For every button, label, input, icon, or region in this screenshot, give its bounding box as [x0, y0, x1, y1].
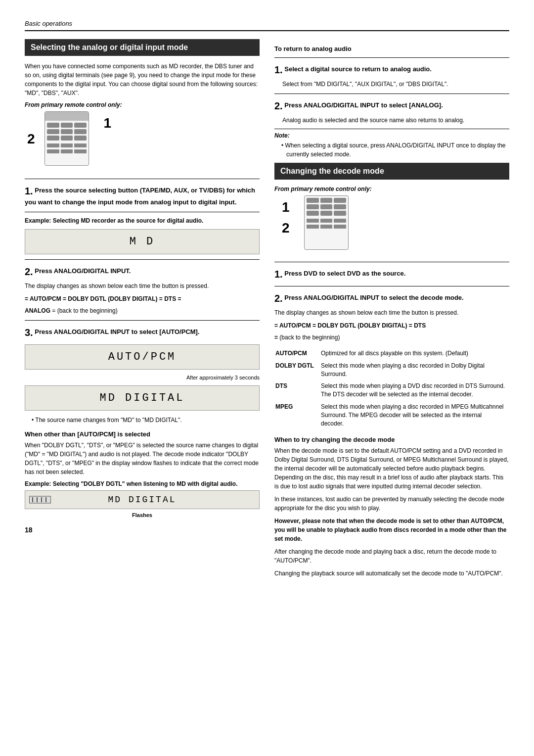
decode-back: = (back to the beginning) [274, 333, 509, 342]
display-md: M D [25, 229, 260, 254]
divider3 [25, 259, 260, 260]
decode-step2-body: The display changes as shown below each … [274, 308, 509, 317]
decode-value: Select this mode when playing a disc rec… [321, 401, 508, 429]
display-flashing-md: |||| MD DIGITAL [25, 490, 260, 509]
return-step1-body: Select from "MD DIGITAL", "AUX DIGITAL",… [282, 80, 509, 89]
return-step2-header: 2. Press ANALOG/DIGITAL INPUT to select … [274, 99, 509, 113]
when-try-text2: In these instances, lost audio can be pr… [274, 495, 509, 513]
remote-diagram-right: 1 2 [299, 195, 509, 255]
from-primary-label-left: From primary remote control only: [25, 101, 260, 108]
note-text: • When selecting a digital source, press… [281, 141, 509, 159]
decode-step2-header: 2. Press ANALOG/DIGITAL INPUT to select … [274, 291, 509, 305]
note-label: Note: [274, 132, 509, 139]
left-section-title: Selecting the analog or digital input mo… [25, 39, 260, 56]
step2-header: 2. Press ANALOG/DIGITAL INPUT. [25, 265, 260, 279]
decode-table: AUTO/PCMOptimized for all discs playable… [274, 347, 509, 430]
when-try-text4: Changing the playback source will automa… [274, 569, 509, 578]
example2: Example: Selecting "DOLBY DGTL" when lis… [25, 480, 260, 487]
note-box: Note: • When selecting a digital source,… [274, 129, 509, 159]
decode-table-row: AUTO/PCMOptimized for all discs playable… [275, 348, 508, 359]
left-column: Selecting the analog or digital input mo… [25, 39, 260, 582]
return-to-analog-header: To return to analog audio [274, 45, 509, 52]
formula-left: = AUTO/PCM = DOLBY DGTL (DOLBY DIGITAL) … [25, 294, 260, 303]
number-1-right: 1 [282, 199, 290, 215]
from-primary-label-right: From primary remote control only: [274, 186, 509, 192]
flashes-label: Flashes [25, 512, 260, 518]
decode-table-row: MPEGSelect this mode when playing a disc… [275, 401, 508, 429]
divider-decode1 [274, 262, 509, 262]
divider-decode2 [274, 286, 509, 286]
decode-key: DTS [275, 380, 320, 400]
return-step1-header: 1. Select a digital source to return to … [274, 63, 509, 77]
when-other-header: When other than [AUTO/PCM] is selected [25, 430, 260, 438]
analog-line: ANALOG = (back to the beginning) [25, 306, 260, 315]
page-number: 18 [25, 526, 260, 534]
number-1-left: 1 [103, 115, 111, 131]
number-2-right: 2 [282, 220, 290, 236]
when-try-text3: After changing the decode mode and playi… [274, 547, 509, 565]
remote-box-left [44, 111, 89, 166]
step3-header: 3. Press ANALOG/DIGITAL INPUT to select … [25, 326, 260, 339]
divider-right2 [274, 94, 509, 94]
decode-table-row: DTSSelect this mode when playing a DVD d… [275, 380, 508, 400]
divider4 [25, 320, 260, 321]
decode-step1-header: 1. Press DVD to select DVD as the source… [274, 267, 509, 281]
decode-section-title: Changing the decode mode [274, 163, 509, 180]
display-md-digital: MD DIGITAL [25, 385, 260, 411]
divider-right1 [274, 57, 509, 58]
page-header: Basic operations [25, 20, 509, 27]
decode-table-row: DOLBY DGTLSelect this mode when playing … [275, 360, 508, 380]
decode-value: Select this mode when playing a disc rec… [321, 360, 508, 380]
decode-key: AUTO/PCM [275, 348, 320, 359]
source-change-note: • The source name changes from "MD" to "… [32, 416, 260, 425]
decode-key: MPEG [275, 401, 320, 429]
when-try-text1: When the decode mode is set to the defau… [274, 446, 509, 491]
decode-formula: = AUTO/PCM = DOLBY DGTL (DOLBY DIGITAL) … [274, 321, 509, 330]
when-try-bold: However, please note that when the decod… [274, 517, 509, 543]
after-seconds: After approximately 3 seconds [25, 375, 260, 380]
display-auto-pcm: AUTO/PCM [25, 344, 260, 370]
remote-box-right [304, 195, 349, 250]
divider1 [25, 179, 260, 179]
when-try-header: When to try changing the decode mode [274, 436, 509, 443]
step2-body: The display changes as shown below each … [25, 282, 260, 290]
number-2-left: 2 [27, 131, 35, 147]
when-other-text: When "DOLBY DGTL", "DTS", or "MPEG" is s… [25, 441, 260, 476]
right-column: To return to analog audio 1. Select a di… [274, 39, 509, 582]
decode-value: Select this mode when playing a DVD disc… [321, 380, 508, 400]
decode-value: Optimized for all discs playable on this… [321, 348, 508, 359]
example1: Example: Selecting MD recorder as the so… [25, 217, 260, 224]
remote-diagram-left: 2 1 [44, 111, 260, 171]
decode-key: DOLBY DGTL [275, 360, 320, 380]
step1-header: 1. Press the source selecting button (TA… [25, 184, 260, 207]
divider2 [25, 212, 260, 212]
return-step2-body: Analog audio is selected and the source … [282, 116, 509, 125]
header-rule [25, 30, 509, 31]
left-intro: When you have connected some components … [25, 62, 260, 97]
